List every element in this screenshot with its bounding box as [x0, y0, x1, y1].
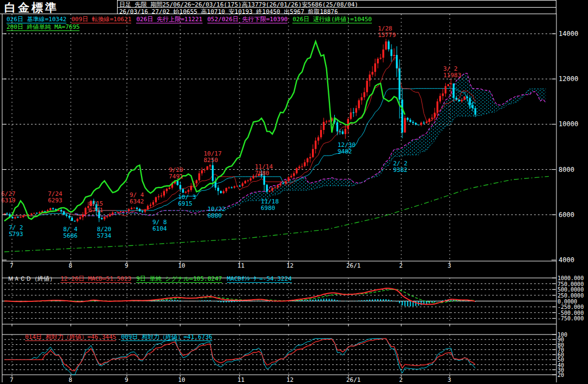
- annotation-price: 6342: [130, 198, 144, 205]
- candle-body: [428, 119, 430, 121]
- candle-body: [30, 214, 32, 215]
- candle-body: [52, 208, 54, 209]
- macd-axis-label: -250.000: [558, 304, 584, 310]
- candle-body: [287, 177, 289, 181]
- candle-body: [117, 212, 119, 213]
- candle-body: [377, 59, 378, 64]
- candle-body: [312, 149, 314, 157]
- candle-body: [22, 215, 24, 217]
- candle-body: [456, 98, 457, 100]
- candle-body: [469, 98, 470, 105]
- legend-item: 052/026日 先行下限=10390: [207, 16, 288, 23]
- candle-body: [466, 97, 468, 98]
- candle-body: [442, 94, 444, 96]
- rsi-x-axis-label: 7: [10, 376, 14, 383]
- annotation-price: 7491: [169, 173, 183, 180]
- candle-body: [463, 97, 465, 100]
- macd-panel: 1000.000750.0000500.0000250.00000.0000-2…: [2, 275, 584, 326]
- candle-body: [139, 209, 140, 212]
- candlesticks: [3, 39, 476, 222]
- candle-body: [114, 213, 116, 213]
- candle-body: [393, 55, 395, 56]
- candle-body: [150, 205, 151, 206]
- candle-body: [293, 174, 295, 176]
- candle-body: [182, 189, 183, 193]
- candle-body: [69, 216, 70, 218]
- main-grid: 140001200010000800060004000: [2, 14, 578, 264]
- candle-body: [323, 122, 324, 130]
- candle-body: [301, 166, 303, 166]
- candle-body: [66, 215, 68, 216]
- ma-legend-row2: 200日 終値単純 MA=7695: [7, 23, 84, 31]
- candle-body: [201, 170, 203, 174]
- annotation-price: 6319: [1, 197, 16, 204]
- y-axis-label: 14000: [559, 30, 578, 38]
- annotation-price: 5793: [9, 231, 23, 238]
- candle-body: [431, 117, 433, 119]
- legend-item: 026日 基準線=10342: [7, 16, 66, 23]
- annotation-price: 11983: [443, 72, 461, 79]
- candle-body: [60, 210, 62, 212]
- annotation-price: 7880: [255, 170, 270, 177]
- candle-body: [371, 72, 373, 75]
- legend-item: 026日 先行上限=11221: [136, 16, 202, 23]
- y-axis-label: 8000: [559, 166, 574, 174]
- legend-item: 009日 相対力（終値）=41.6736: [121, 333, 212, 341]
- candle-body: [82, 214, 83, 217]
- legend-item: ＭＡＣＤ（終値）: [8, 275, 56, 282]
- price-chart-canvas[interactable]: 1400012000100008000600040006/2763197/246…: [0, 0, 588, 384]
- candle-body: [142, 212, 143, 212]
- candle-body: [228, 188, 230, 188]
- y-axis-label: 4000: [559, 256, 574, 264]
- annotation-price: 6880: [207, 212, 222, 219]
- legend-item: 200日 終値単純 MA=7695: [7, 23, 79, 31]
- candle-body: [195, 180, 197, 183]
- candle-body: [247, 181, 249, 181]
- candle-body: [144, 209, 146, 212]
- candle-body: [79, 217, 81, 219]
- candle-body: [474, 108, 476, 115]
- candle-body: [3, 214, 5, 214]
- candle-body: [345, 129, 346, 134]
- rsi-x-axis-label: 3: [448, 376, 451, 383]
- candle-body: [163, 191, 165, 195]
- candle-body: [448, 84, 449, 86]
- candle-body: [326, 121, 327, 122]
- candle-body: [176, 181, 178, 185]
- x-axis-label: 2: [399, 262, 403, 269]
- candle-body: [44, 211, 46, 212]
- annotation-price: 5734: [97, 232, 112, 239]
- candle-body: [437, 101, 438, 113]
- candle-body: [169, 188, 170, 189]
- candle-body: [152, 202, 154, 205]
- candle-body: [415, 123, 416, 125]
- legend-item: 12-26日 MACD=51.5023: [60, 275, 131, 283]
- macd-axis-label: 0.0000: [558, 299, 577, 305]
- candle-body: [266, 185, 268, 192]
- rsi-axis-label: 20: [558, 372, 564, 378]
- candle-body: [390, 49, 392, 56]
- candle-body: [388, 41, 389, 49]
- macd-legend: ＭＡＣＤ（終値）12-26日 MACD=51.50239日 単純 シグナル=10…: [8, 275, 297, 283]
- candle-body: [317, 137, 319, 140]
- ichimoku-legend-row1: 026日 基準線=10342009日 転換線=10621026日 先行上限=11…: [7, 15, 377, 23]
- candle-body: [120, 211, 121, 212]
- annotation-price: 6293: [48, 197, 63, 204]
- candle-body: [20, 217, 21, 218]
- candle-body: [379, 58, 381, 59]
- candle-body: [309, 157, 311, 158]
- candle-body: [268, 191, 270, 192]
- candle-body: [234, 187, 235, 188]
- candle-body: [328, 121, 330, 121]
- candle-body: [161, 195, 162, 196]
- candle-body: [458, 100, 460, 101]
- candle-body: [385, 41, 387, 49]
- candle-body: [401, 100, 403, 133]
- x-axis-label: 7: [10, 262, 14, 269]
- macd-axis-label: -750.000: [558, 315, 584, 321]
- candle-body: [418, 125, 419, 125]
- rsi-x-axis-label: 11: [237, 376, 244, 383]
- annotation-price: 6104: [152, 225, 167, 232]
- rsi-x-axis-label: 26/1: [346, 376, 361, 383]
- candle-body: [264, 176, 265, 185]
